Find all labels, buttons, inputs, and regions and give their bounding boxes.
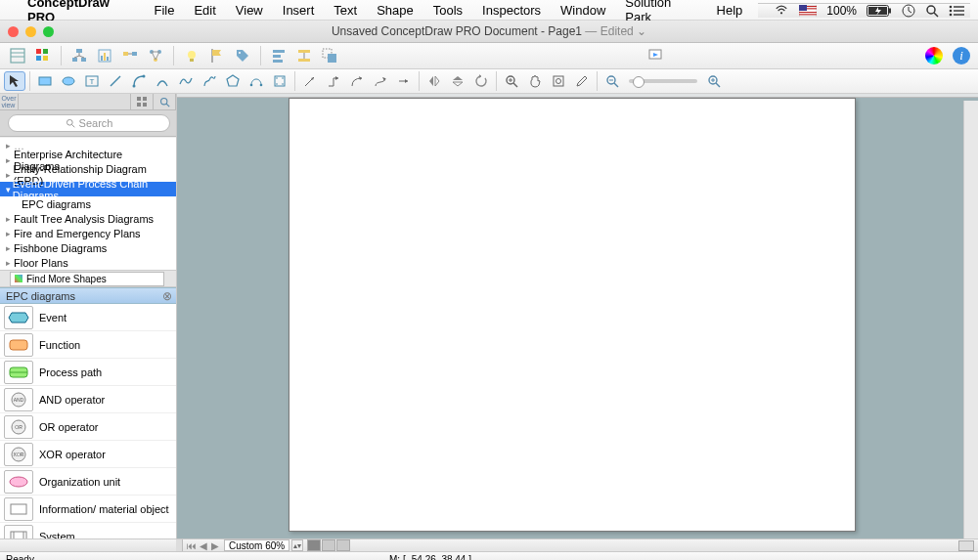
library-panel-button[interactable] [8, 46, 27, 65]
tree-diagram-button[interactable] [69, 46, 89, 65]
ellipse-tool[interactable] [58, 71, 79, 91]
find-more-shapes-button[interactable]: Find More Shapes [10, 272, 164, 286]
svg-rect-55 [39, 77, 51, 85]
flow-button[interactable] [120, 46, 140, 65]
pointer-tool[interactable] [4, 71, 25, 91]
info-button[interactable]: i [953, 47, 970, 65]
menu-window[interactable]: Window [553, 3, 613, 18]
shape-item[interactable]: Event [0, 304, 176, 331]
zoom-in-button[interactable] [703, 71, 725, 91]
arc-tool[interactable] [152, 71, 173, 91]
edit-tool[interactable] [571, 71, 593, 91]
presentation-button[interactable] [645, 46, 665, 65]
menu-text[interactable]: Text [326, 3, 365, 18]
page-prev-button[interactable]: ◀ [199, 540, 208, 551]
canvas-body[interactable] [177, 98, 978, 538]
shape-item[interactable]: Organization unit [0, 468, 176, 495]
close-library-icon[interactable]: ⊗ [162, 289, 172, 303]
zoom-window[interactable] [43, 26, 54, 37]
tree-item[interactable]: ▸Fire and Emergency Plans [0, 226, 176, 240]
menu-view[interactable]: View [228, 3, 271, 18]
rotate-tool[interactable] [470, 71, 492, 91]
distribute-button[interactable] [294, 46, 314, 65]
menu-shape[interactable]: Shape [369, 3, 422, 18]
scrollbar-vertical[interactable] [963, 101, 978, 538]
bezier-tool[interactable] [245, 71, 267, 91]
zoom-out-button[interactable] [601, 71, 623, 91]
page-tab-add2[interactable] [336, 539, 350, 551]
zoom-slider[interactable] [629, 79, 697, 83]
shape-item[interactable]: AND AND operator [0, 386, 176, 413]
splitter-handle[interactable] [176, 539, 183, 551]
menu-insert[interactable]: Insert [275, 3, 323, 18]
shape-item[interactable]: Process path [0, 359, 176, 386]
menu-inspectors[interactable]: Inspectors [474, 3, 549, 18]
arrow2-tool[interactable] [323, 71, 344, 91]
menu-tools[interactable]: Tools [425, 3, 470, 18]
tree-item[interactable]: ▸Floor Plans [0, 255, 176, 270]
close-window[interactable] [8, 26, 19, 37]
rect-tool[interactable] [34, 71, 56, 91]
library-header[interactable]: EPC diagrams ⊗ [0, 287, 176, 304]
sidebar-tab-overview[interactable]: Overview [0, 94, 19, 109]
spline-tool[interactable] [175, 71, 197, 91]
tree-item[interactable]: ▸Fishbone Diagrams [0, 240, 176, 255]
pan-tool[interactable] [524, 71, 546, 91]
main-area: Overview Search ▸… ▸Enterprise Architect… [0, 94, 978, 538]
flip-h-tool[interactable] [423, 71, 445, 91]
svg-rect-50 [298, 59, 310, 62]
star-tool[interactable] [269, 71, 290, 91]
palette-button[interactable] [33, 46, 53, 65]
zoom-stepper[interactable]: ▴▾ [291, 539, 303, 551]
tree-item[interactable]: ▸Fault Tree Analysis Diagrams [0, 211, 176, 226]
battery-icon[interactable] [867, 5, 892, 17]
page-tab-add[interactable] [322, 539, 335, 551]
polygon-tool[interactable] [222, 71, 244, 91]
page-tab-1[interactable] [307, 539, 321, 551]
wifi-icon[interactable] [774, 5, 789, 17]
page-canvas[interactable] [289, 98, 856, 532]
group-button[interactable] [320, 46, 339, 65]
shape-item[interactable]: System [0, 523, 176, 538]
menu-icon[interactable] [949, 5, 964, 17]
line-tool[interactable] [105, 71, 126, 91]
tree-item-selected[interactable]: ▾Event-Driven Process Chain Diagrams [0, 182, 176, 196]
shape-item[interactable]: Information/ material object [0, 495, 176, 523]
resize-corner-icon[interactable] [958, 540, 974, 551]
arrow4-tool[interactable] [370, 71, 391, 91]
menu-edit[interactable]: Edit [186, 3, 223, 18]
freehand-tool[interactable] [199, 71, 220, 91]
page-first-button[interactable]: ⏮ [187, 540, 197, 551]
connector-tool[interactable] [128, 71, 150, 91]
chart-button[interactable] [95, 46, 114, 65]
search-input[interactable]: Search [8, 114, 170, 132]
arrow3-tool[interactable] [346, 71, 368, 91]
sidebar-tab-search-field[interactable] [19, 94, 131, 109]
clock-icon[interactable] [902, 4, 915, 18]
shape-item[interactable]: Function [0, 331, 176, 359]
fit-tool[interactable] [548, 71, 569, 91]
minimize-window[interactable] [25, 26, 36, 37]
text-tool[interactable]: T [81, 71, 103, 91]
shape-item[interactable]: XOR XOR operator [0, 441, 176, 468]
idea-button[interactable] [182, 46, 201, 65]
menu-file[interactable]: File [146, 3, 182, 18]
align-button[interactable] [269, 46, 289, 65]
sidebar-search-button[interactable] [154, 94, 176, 109]
arrow1-tool[interactable] [299, 71, 321, 91]
zoom-in-tool[interactable] [501, 71, 522, 91]
zoom-field[interactable]: Custom 60% [224, 539, 289, 551]
zoom-slider-knob[interactable] [633, 76, 645, 88]
page-next-button[interactable]: ▶ [210, 540, 220, 551]
arrow5-tool[interactable] [393, 71, 415, 91]
color-wheel-button[interactable] [925, 47, 943, 65]
network-button[interactable] [146, 46, 165, 65]
sidebar-grid-view-button[interactable] [131, 94, 154, 109]
flag-icon[interactable] [799, 5, 817, 17]
flip-v-tool[interactable] [447, 71, 468, 91]
shape-item[interactable]: OR OR operator [0, 413, 176, 441]
tag-button[interactable] [233, 46, 252, 65]
flag-button[interactable] [207, 46, 227, 65]
search-icon[interactable] [925, 4, 939, 18]
menu-help[interactable]: Help [709, 3, 751, 18]
